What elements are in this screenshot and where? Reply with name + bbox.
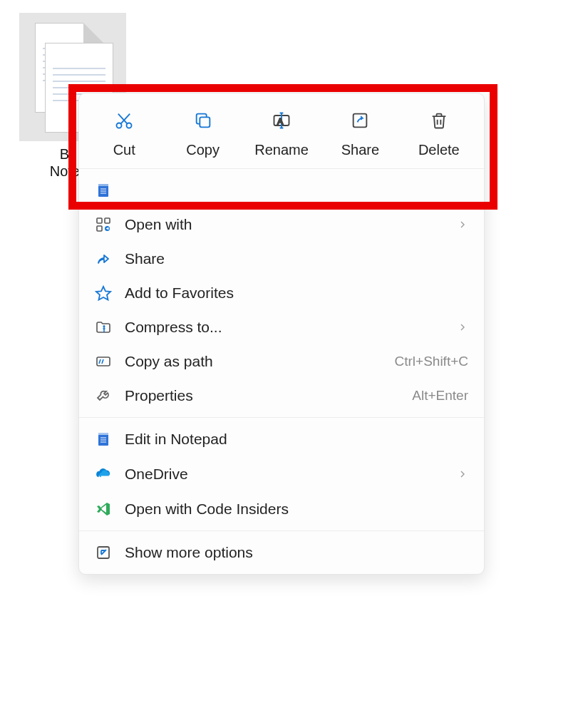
rename-label: Rename — [242, 142, 321, 158]
menu-open[interactable]: Open — [79, 173, 484, 207]
trash-icon — [400, 109, 478, 132]
menu-onedrive[interactable]: OneDrive — [79, 456, 484, 492]
menu-show-more-label: Show more options — [125, 544, 468, 561]
copy-path-shortcut: Ctrl+Shift+C — [395, 354, 468, 369]
svg-rect-24 — [97, 357, 110, 366]
properties-shortcut: Alt+Enter — [412, 388, 468, 404]
scissors-icon — [85, 109, 163, 132]
menu-divider — [79, 417, 484, 418]
open-with-icon — [91, 216, 116, 233]
svg-text:A: A — [277, 116, 283, 125]
copy-label: Copy — [163, 142, 242, 158]
svg-rect-26 — [98, 433, 108, 435]
star-icon — [91, 284, 116, 302]
menu-open-with-label: Open with — [125, 216, 457, 233]
delete-button[interactable]: Delete — [400, 109, 478, 158]
chevron-right-icon — [457, 468, 468, 480]
share-button[interactable]: Share — [321, 109, 399, 158]
cut-button[interactable]: Cut — [85, 109, 163, 158]
delete-label: Delete — [400, 142, 478, 158]
svg-rect-12 — [98, 184, 108, 186]
notepad-icon — [91, 182, 116, 199]
zip-folder-icon — [91, 319, 116, 336]
share-tb-label: Share — [321, 142, 399, 158]
svg-rect-18 — [97, 226, 102, 231]
cut-label: Cut — [85, 142, 163, 158]
svg-point-1 — [127, 123, 132, 128]
svg-rect-17 — [105, 218, 110, 223]
menu-share[interactable]: Share — [79, 242, 484, 276]
notepad-app-icon — [91, 431, 116, 448]
show-more-icon — [91, 544, 116, 561]
chevron-right-icon — [457, 219, 468, 230]
rename-button[interactable]: A Rename — [242, 109, 321, 158]
svg-rect-4 — [200, 117, 210, 127]
copy-icon — [163, 109, 242, 132]
rename-icon: A — [242, 109, 321, 132]
menu-open-code-insiders[interactable]: Open with Code Insiders — [79, 492, 484, 526]
menu-show-more[interactable]: Show more options — [79, 535, 484, 570]
menu-edit-notepad-label: Edit in Notepad — [125, 431, 468, 448]
onedrive-icon — [91, 465, 116, 483]
menu-edit-notepad[interactable]: Edit in Notepad — [79, 422, 484, 456]
share-arrow-icon — [91, 250, 116, 267]
menu-onedrive-label: OneDrive — [125, 466, 457, 483]
menu-open-code-label: Open with Code Insiders — [125, 501, 468, 518]
path-icon — [91, 353, 116, 370]
menu-add-favorites[interactable]: Add to Favorites — [79, 276, 484, 310]
menu-share-label: Share — [125, 250, 468, 267]
menu-items-list: Open Open with — [79, 169, 484, 574]
copy-button[interactable]: Copy — [163, 109, 242, 158]
context-menu: Cut Copy A Rename — [78, 93, 485, 575]
svg-point-0 — [117, 123, 122, 128]
menu-compress-label: Compress to... — [125, 319, 457, 336]
menu-copy-as-path[interactable]: Copy as path Ctrl+Shift+C — [79, 344, 484, 379]
menu-copy-path-label: Copy as path — [125, 353, 395, 370]
menu-properties[interactable]: Properties Alt+Enter — [79, 379, 484, 413]
menu-divider — [79, 530, 484, 531]
menu-open-with[interactable]: Open with — [79, 207, 484, 242]
menu-compress-to[interactable]: Compress to... — [79, 310, 484, 344]
svg-rect-8 — [354, 114, 367, 128]
share-icon — [321, 109, 399, 132]
chevron-right-icon — [457, 322, 468, 333]
menu-properties-label: Properties — [125, 387, 412, 404]
svg-rect-16 — [97, 218, 102, 223]
menu-add-favorites-label: Add to Favorites — [125, 284, 468, 302]
context-menu-toolbar: Cut Copy A Rename — [79, 93, 484, 169]
vscode-insiders-icon — [91, 501, 116, 518]
svg-marker-20 — [96, 287, 110, 300]
wrench-icon — [91, 387, 116, 404]
